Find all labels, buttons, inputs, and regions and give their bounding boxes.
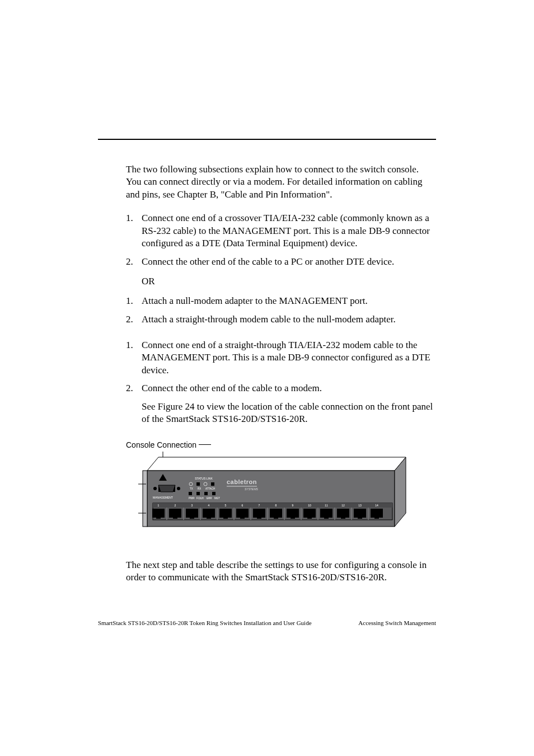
see-figure-note: See Figure 24 to view the location of th…: [142, 401, 436, 426]
direct-alt-list: 1. Attach a null-modem adapter to the MA…: [126, 295, 436, 326]
svg-rect-73: [291, 516, 295, 519]
modem-connect-list: 1. Connect one end of a straight-through…: [126, 339, 436, 395]
svg-text:8: 8: [275, 504, 277, 507]
list-body: Attach a null-modem adapter to the MANAG…: [142, 295, 436, 307]
callout-leader: [199, 444, 211, 445]
figure-24: Console Connection: [126, 440, 436, 541]
svg-rect-60: [219, 509, 232, 518]
page: The two following subsections explain ho…: [0, 0, 534, 756]
svg-rect-33: [153, 503, 392, 508]
svg-text:11: 11: [325, 504, 328, 507]
svg-rect-66: [253, 509, 265, 518]
closing-paragraph: The next step and table describe the set…: [126, 559, 436, 584]
list-marker: 1.: [126, 339, 142, 377]
svg-rect-79: [324, 516, 329, 519]
list-marker: 1.: [126, 295, 142, 307]
svg-rect-49: [156, 516, 161, 519]
svg-point-8: [153, 487, 157, 490]
svg-text:2: 2: [175, 504, 176, 507]
svg-rect-24: [212, 492, 216, 495]
svg-rect-15: [196, 482, 200, 486]
list-marker: 2.: [126, 256, 142, 268]
top-rule: [98, 139, 436, 140]
svg-rect-17: [211, 482, 214, 486]
svg-rect-58: [207, 516, 211, 519]
svg-rect-85: [358, 516, 362, 519]
svg-rect-55: [190, 516, 194, 519]
list-item: 2. Connect the other end of the cable to…: [126, 382, 436, 395]
svg-rect-69: [270, 509, 282, 518]
svg-text:SYSTEMS: SYSTEMS: [245, 487, 259, 491]
svg-rect-23: [204, 492, 208, 495]
svg-text:5: 5: [225, 504, 227, 507]
svg-text:9: 9: [292, 504, 294, 507]
list-marker: 2.: [126, 382, 142, 395]
switch-device-illustration: MANAGEMENT STATUS LINK TX RX ATTACH: [126, 452, 408, 541]
svg-rect-67: [257, 516, 261, 519]
spacer: [126, 331, 436, 339]
svg-rect-21: [189, 492, 192, 495]
svg-text:F.DUX: F.DUX: [196, 497, 204, 500]
list-body: Connect the other end of the cable to a …: [142, 382, 436, 395]
svg-text:ATTACH: ATTACH: [205, 487, 215, 490]
svg-text:10: 10: [308, 504, 311, 507]
svg-text:7: 7: [259, 504, 260, 507]
svg-rect-52: [173, 516, 177, 519]
svg-text:12: 12: [341, 504, 345, 507]
svg-rect-88: [374, 516, 379, 519]
svg-rect-87: [371, 509, 383, 518]
footer-right: Accessing Switch Management: [358, 619, 436, 626]
svg-text:4: 4: [208, 504, 210, 507]
svg-text:13: 13: [358, 504, 362, 507]
list-marker: 2.: [126, 313, 142, 326]
list-item: 1. Connect one end of a straight-through…: [126, 339, 436, 377]
svg-rect-57: [203, 509, 215, 518]
svg-rect-61: [223, 516, 228, 519]
svg-point-11: [177, 487, 180, 490]
list-body: Connect the other end of the cable to a …: [142, 256, 436, 268]
content-area: The two following subsections explain ho…: [98, 139, 436, 584]
svg-rect-82: [341, 516, 345, 519]
direct-connect-list: 1. Connect one end of a crossover TIA/EI…: [126, 212, 436, 268]
list-marker: 1.: [126, 212, 142, 250]
svg-rect-22: [196, 492, 200, 495]
svg-text:RX: RX: [198, 487, 201, 490]
page-footer: SmartStack STS16-20D/STS16-20R Token Rin…: [98, 619, 436, 626]
list-body: Connect one end of a straight-through TI…: [142, 339, 436, 377]
svg-rect-78: [320, 509, 332, 518]
svg-rect-75: [303, 509, 316, 518]
svg-text:ERR: ERR: [207, 497, 212, 500]
svg-rect-4: [143, 471, 147, 527]
svg-rect-54: [186, 509, 198, 518]
or-separator: OR: [142, 276, 436, 287]
svg-text:14: 14: [375, 504, 378, 507]
list-body: Attach a straight-through modem cable to…: [142, 313, 436, 326]
management-label: MANAGEMENT: [153, 496, 173, 499]
list-body: Connect one end of a crossover TIA/EIA-2…: [142, 212, 436, 250]
list-item: 1. Connect one end of a crossover TIA/EI…: [126, 212, 436, 250]
list-item: 2. Connect the other end of the cable to…: [126, 256, 436, 268]
svg-text:PWR: PWR: [189, 497, 195, 500]
footer-left: SmartStack STS16-20D/STS16-20R Token Rin…: [98, 619, 312, 626]
figure-callout: Console Connection: [126, 440, 196, 449]
svg-text:STATUS LINK: STATUS LINK: [195, 477, 213, 480]
svg-rect-84: [354, 509, 366, 518]
svg-rect-48: [152, 509, 165, 518]
svg-rect-63: [236, 509, 249, 518]
svg-marker-1: [147, 457, 406, 471]
figure-callout-line: Console Connection: [126, 440, 436, 449]
svg-rect-70: [274, 516, 278, 519]
svg-text:1: 1: [158, 504, 160, 507]
svg-text:TX: TX: [190, 487, 193, 490]
list-item: 2. Attach a straight-through modem cable…: [126, 313, 436, 326]
svg-text:cabletron: cabletron: [227, 478, 257, 485]
svg-text:3: 3: [191, 504, 193, 507]
svg-rect-76: [307, 516, 312, 519]
svg-rect-81: [337, 509, 349, 518]
svg-marker-10: [158, 485, 175, 492]
svg-rect-51: [169, 509, 181, 518]
svg-rect-64: [240, 516, 245, 519]
intro-paragraph: The two following subsections explain ho…: [126, 163, 436, 201]
svg-text:MGT: MGT: [214, 497, 220, 500]
svg-rect-72: [287, 509, 299, 518]
